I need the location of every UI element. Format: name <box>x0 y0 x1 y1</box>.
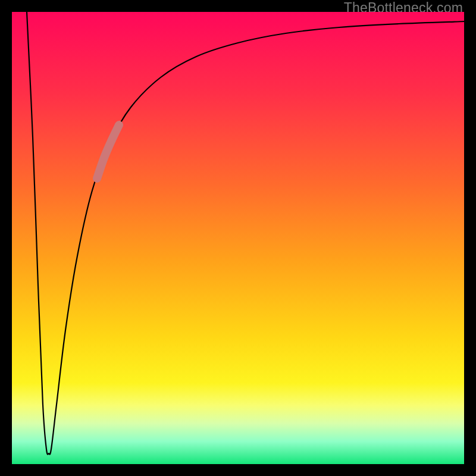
curve-layer <box>12 12 464 464</box>
highlight-segment <box>97 125 119 178</box>
plot-area <box>12 12 464 464</box>
bottleneck-curve <box>27 12 464 455</box>
chart-frame: TheBottleneck.com <box>0 0 476 476</box>
